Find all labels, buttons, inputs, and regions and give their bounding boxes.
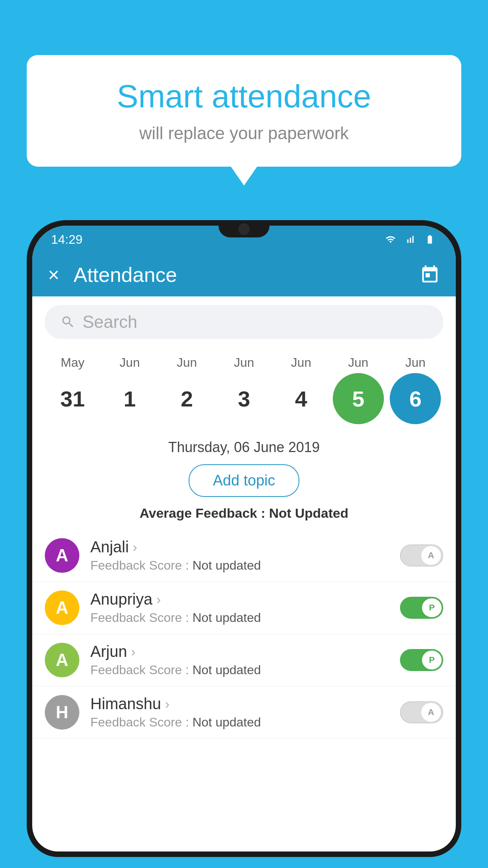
student-info-arjun: Arjun › Feedback Score : Not updated xyxy=(90,643,400,677)
calendar-dates: 31 1 2 3 4 5 6 xyxy=(44,373,444,424)
close-button[interactable]: × xyxy=(48,265,59,285)
date-2[interactable]: 2 xyxy=(161,373,213,424)
date-31[interactable]: 31 xyxy=(47,373,98,424)
bubble-subtitle: will replace your paperwork xyxy=(58,123,430,143)
avatar-himanshu: H xyxy=(45,695,79,730)
toggle-arjun[interactable]: P xyxy=(400,649,443,671)
camera-dot xyxy=(238,223,250,235)
status-time: 14:29 xyxy=(51,232,83,247)
toggle-himanshu[interactable]: A xyxy=(400,701,443,723)
avatar-arjun: A xyxy=(45,643,79,677)
student-name-anupriya: Anupriya › xyxy=(90,590,400,608)
phone-screen: 14:29 × Attendance xyxy=(32,226,456,851)
speech-bubble: Smart attendance will replace your paper… xyxy=(27,55,461,167)
status-icons xyxy=(383,234,437,245)
speech-bubble-section: Smart attendance will replace your paper… xyxy=(27,55,461,167)
search-icon xyxy=(61,314,75,329)
phone-notch xyxy=(218,220,270,237)
student-name-himanshu: Himanshu › xyxy=(90,695,400,713)
date-4[interactable]: 4 xyxy=(275,373,327,424)
student-himanshu[interactable]: H Himanshu › Feedback Score : Not update… xyxy=(32,686,456,739)
toggle-anupriya[interactable]: P xyxy=(400,597,443,619)
search-input-container[interactable]: Search xyxy=(45,305,443,339)
feedback-score-anjali: Feedback Score : Not updated xyxy=(90,558,400,573)
phone-frame: 14:29 × Attendance xyxy=(27,220,461,868)
month-4: Jun xyxy=(275,355,327,370)
chevron-icon: › xyxy=(131,644,135,659)
header-title: Attendance xyxy=(73,263,420,287)
date-info-section: Thursday, 06 June 2019 Add topic Average… xyxy=(32,428,456,530)
chevron-icon: › xyxy=(156,592,161,607)
student-info-anjali: Anjali › Feedback Score : Not updated xyxy=(90,538,400,573)
selected-date: Thursday, 06 June 2019 xyxy=(32,439,456,456)
student-name-arjun: Arjun › xyxy=(90,643,400,660)
student-list: A Anjali › Feedback Score : Not updated … xyxy=(32,530,456,739)
average-feedback: Average Feedback : Not Updated xyxy=(32,506,456,521)
avatar-anupriya: A xyxy=(45,590,79,625)
student-info-himanshu: Himanshu › Feedback Score : Not updated xyxy=(90,695,400,730)
bubble-title: Smart attendance xyxy=(58,79,430,114)
search-bar: Search xyxy=(32,296,456,348)
feedback-value: Not Updated xyxy=(269,506,349,520)
feedback-score-himanshu: Feedback Score : Not updated xyxy=(90,715,400,730)
student-arjun[interactable]: A Arjun › Feedback Score : Not updated P xyxy=(32,634,456,686)
month-3: Jun xyxy=(218,355,270,370)
calendar-months: May Jun Jun Jun Jun Jun Jun xyxy=(44,355,444,370)
add-topic-button[interactable]: Add topic xyxy=(189,464,299,497)
student-info-anupriya: Anupriya › Feedback Score : Not updated xyxy=(90,590,400,625)
feedback-score-anupriya: Feedback Score : Not updated xyxy=(90,611,400,625)
search-input[interactable]: Search xyxy=(83,312,137,332)
date-5-selected[interactable]: 5 xyxy=(333,373,384,424)
signal-icon xyxy=(403,234,417,245)
wifi-icon xyxy=(383,234,398,245)
phone-outer: 14:29 × Attendance xyxy=(27,220,461,857)
student-anjali[interactable]: A Anjali › Feedback Score : Not updated … xyxy=(32,530,456,582)
month-1: Jun xyxy=(104,355,155,370)
month-2: Jun xyxy=(161,355,213,370)
chevron-icon: › xyxy=(133,539,137,555)
student-name-anjali: Anjali › xyxy=(90,538,400,556)
date-6-today[interactable]: 6 xyxy=(390,373,441,424)
app-header: × Attendance xyxy=(32,253,456,296)
date-3[interactable]: 3 xyxy=(218,373,270,424)
toggle-anjali[interactable]: A xyxy=(400,544,443,566)
month-6: Jun xyxy=(390,355,441,370)
battery-icon xyxy=(423,234,437,245)
calendar-section: May Jun Jun Jun Jun Jun Jun 31 1 2 3 4 5… xyxy=(32,348,456,428)
feedback-score-arjun: Feedback Score : Not updated xyxy=(90,663,400,677)
feedback-label: Average Feedback : xyxy=(139,506,269,520)
month-5: Jun xyxy=(333,355,384,370)
student-anupriya[interactable]: A Anupriya › Feedback Score : Not update… xyxy=(32,582,456,634)
month-0: May xyxy=(47,355,98,370)
avatar-anjali: A xyxy=(45,538,79,573)
chevron-icon: › xyxy=(165,696,169,712)
date-1[interactable]: 1 xyxy=(104,373,155,424)
calendar-icon[interactable] xyxy=(420,265,440,285)
